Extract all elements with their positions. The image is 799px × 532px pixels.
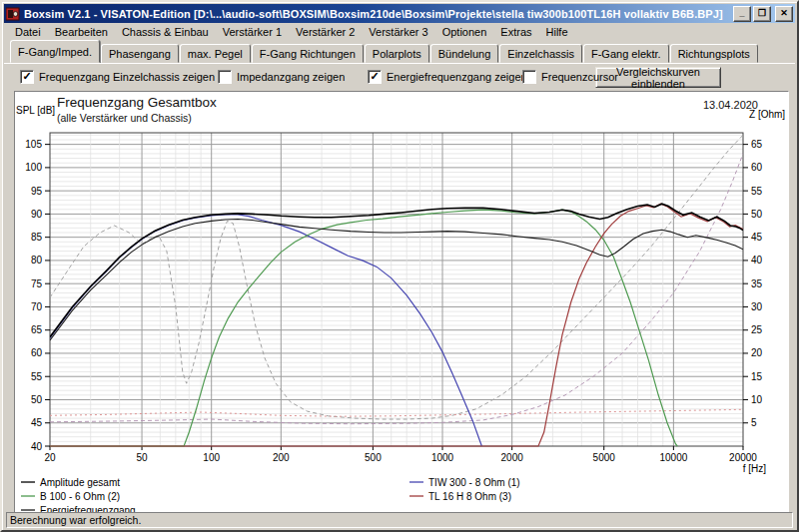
menu-item-datei[interactable]: Datei — [8, 24, 48, 40]
x-tick-label: 50 — [136, 452, 148, 463]
close-button[interactable]: ✕ — [775, 6, 793, 22]
tab-b-ndelung[interactable]: Bündelung — [430, 44, 499, 63]
checkbox-unchecked-box[interactable] — [522, 70, 536, 84]
legend-label: TL 16 H 8 Ohm (3) — [428, 491, 511, 502]
checkbox-unchecked-box[interactable] — [218, 70, 232, 84]
y-right-tick-label: 65 — [751, 139, 763, 150]
menu-item-verst-rker-1[interactable]: Verstärker 1 — [216, 24, 289, 40]
x-tick-label: 5000 — [593, 452, 616, 463]
y-right-tick-label: 10 — [751, 394, 763, 405]
y-left-tick-label: 60 — [31, 347, 43, 358]
checkbox-label: Frequenzgang Einzelchassis zeigen — [39, 71, 215, 83]
x-axis-label: f [Hz] — [743, 463, 767, 474]
curve-unbeschriftete-kurve-punktiert-flach-7-o — [50, 409, 743, 416]
checkbox-checked-icon[interactable]: ✓ — [368, 70, 382, 84]
tab-f-gang-elektr-[interactable]: F-Gang elektr. — [583, 44, 669, 63]
tab-bar: F-Gang/Imped.Phasengangmax. PegelF-Gang … — [4, 41, 795, 63]
checkbox-energiefrequenzgang-zeigen[interactable]: ✓Energiefrequenzgang zeigen — [368, 70, 527, 84]
checkbox-frequenzgang-einzelchassis-zeigen[interactable]: ✓Frequenzgang Einzelchassis zeigen — [20, 70, 215, 84]
tab-page: Vergleichskurven einblenden ✓Frequenzgan… — [4, 63, 795, 517]
y-left-tick-label: 85 — [31, 232, 43, 243]
x-tick-label: 20000 — [729, 452, 757, 463]
legend-label: B 100 - 6 Ohm (2) — [40, 491, 120, 502]
y-right-tick-label: 55 — [751, 186, 763, 197]
menu-bar: DateiBearbeitenChassis & EinbauVerstärke… — [4, 23, 795, 41]
menu-item-hilfe[interactable]: Hilfe — [539, 24, 575, 40]
y-left-tick-label: 40 — [31, 441, 43, 452]
y-right-tick-label: 35 — [751, 278, 763, 289]
maximize-button[interactable]: ❐ — [753, 6, 771, 22]
y-left-tick-label: 75 — [31, 278, 43, 289]
x-tick-label: 20 — [44, 452, 56, 463]
plot-frame — [50, 133, 743, 446]
curve-b-100-6-ohm-2- — [50, 210, 677, 446]
y-left-tick-label: 105 — [25, 139, 42, 150]
y-left-axis-label: SPL [dB] — [16, 105, 55, 116]
checkbox-impedanzgang-zeigen[interactable]: Impedanzgang zeigen — [218, 70, 345, 84]
x-tick-label: 10000 — [659, 452, 687, 463]
x-tick-label: 500 — [365, 452, 382, 463]
chart-title: Frequenzgang Gesamtbox — [57, 95, 217, 110]
frequency-response-plot: 4045505560657075808590951001055101520253… — [15, 92, 786, 515]
checkbox-label: Frequenzcursor — [541, 71, 618, 83]
y-right-tick-label: 30 — [751, 301, 763, 312]
app-icon — [6, 7, 20, 21]
curve-tl-16-h-8-ohm-3- — [50, 204, 743, 446]
y-right-tick-label: 20 — [751, 347, 763, 358]
y-left-tick-label: 45 — [31, 417, 43, 428]
menu-item-bearbeiten[interactable]: Bearbeiten — [48, 24, 115, 40]
checkbox-checked-icon[interactable]: ✓ — [20, 70, 34, 84]
controls-row: Vergleichskurven einblenden ✓Frequenzgan… — [4, 64, 795, 91]
y-right-tick-label: 25 — [751, 324, 763, 335]
y-left-tick-label: 50 — [31, 394, 43, 405]
window-title: Boxsim V2.1 - VISATON-Edition [D:\...\au… — [24, 8, 731, 20]
curve-unbeschriftete-impedanzkurve-2-gestriche — [50, 154, 743, 424]
y-left-tick-label: 95 — [31, 186, 43, 197]
menu-item-chassis-einbau[interactable]: Chassis & Einbau — [115, 24, 216, 40]
y-left-tick-label: 80 — [31, 255, 43, 266]
tab-einzelchassis[interactable]: Einzelchassis — [499, 44, 582, 63]
y-right-tick-label: 60 — [751, 162, 763, 173]
x-tick-label: 1000 — [431, 452, 454, 463]
tab-phasengang[interactable]: Phasengang — [101, 44, 179, 63]
tab-f-gang-richtungen[interactable]: F-Gang Richtungen — [252, 44, 364, 63]
chart-date: 13.04.2020 — [703, 99, 758, 111]
y-left-tick-label: 70 — [31, 301, 43, 312]
titlebar: Boxsim V2.1 - VISATON-Edition [D:\...\au… — [4, 4, 795, 23]
menu-item-verst-rker-2[interactable]: Verstärker 2 — [289, 24, 362, 40]
y-left-tick-label: 100 — [25, 162, 42, 173]
menu-item-extras[interactable]: Extras — [493, 24, 538, 40]
chart-subtitle: (alle Verstärker und Chassis) — [57, 112, 192, 124]
legend-label: Amplitude gesamt — [40, 477, 120, 488]
y-left-tick-label: 55 — [31, 371, 43, 382]
legend-label: TIW 300 - 8 Ohm (1) — [428, 477, 520, 488]
x-tick-label: 100 — [203, 452, 220, 463]
chart-panel: Frequenzgang Gesamtbox (alle Verstärker … — [14, 91, 789, 518]
curve-amplitude-gesamt — [50, 204, 743, 337]
y-right-tick-label: 40 — [751, 255, 763, 266]
status-bar: Berechnung war erfolgreich. — [4, 512, 795, 528]
boxsim-window: Boxsim V2.1 - VISATON-Edition [D:\...\au… — [0, 0, 799, 532]
tab-polarplots[interactable]: Polarplots — [365, 44, 429, 63]
y-left-tick-label: 65 — [31, 324, 43, 335]
x-tick-label: 200 — [273, 452, 290, 463]
y-left-tick-label: 90 — [31, 209, 43, 220]
tab-f-gang-imped-[interactable]: F-Gang/Imped. — [10, 40, 100, 63]
status-message: Berechnung war erfolgreich. — [6, 512, 793, 528]
y-right-tick-label: 50 — [751, 209, 763, 220]
checkbox-label: Energiefrequenzgang zeigen — [387, 71, 527, 83]
menu-item-optionen[interactable]: Optionen — [435, 24, 494, 40]
tab-max-pegel[interactable]: max. Pegel — [180, 44, 251, 63]
minimize-button[interactable]: _ — [733, 6, 751, 22]
menu-item-verst-rker-3[interactable]: Verstärker 3 — [362, 24, 434, 40]
y-right-tick-label: 15 — [751, 371, 763, 382]
checkbox-label: Impedanzgang zeigen — [237, 71, 345, 83]
checkbox-frequenzcursor[interactable]: Frequenzcursor — [522, 70, 618, 84]
x-tick-label: 2000 — [501, 452, 524, 463]
tab-richtungsplots[interactable]: Richtungsplots — [670, 44, 758, 63]
y-right-tick-label: 5 — [751, 417, 757, 428]
y-right-tick-label: 45 — [751, 232, 763, 243]
